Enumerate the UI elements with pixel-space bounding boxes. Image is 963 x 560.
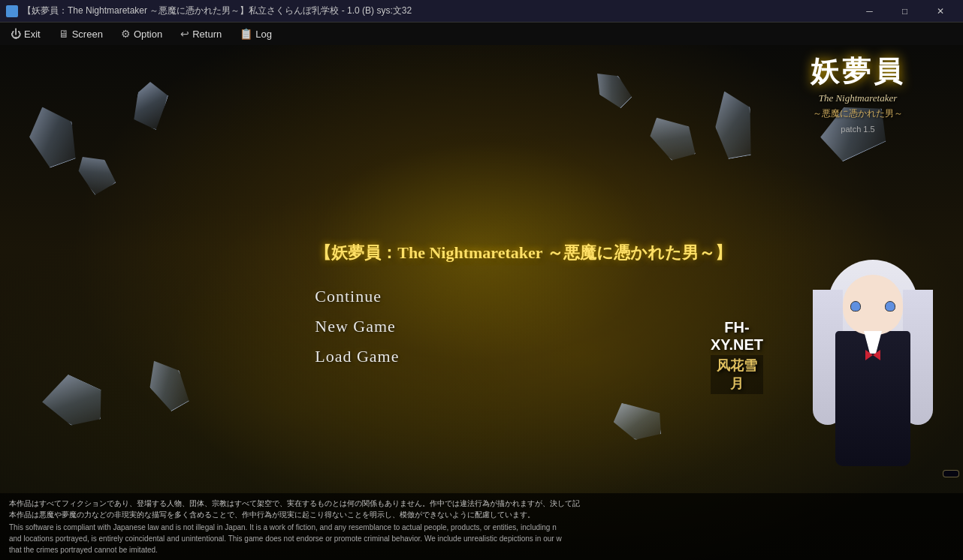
char-eye-right: [885, 301, 895, 312]
watermark: FH-XY.NET 风花雪月: [711, 319, 763, 394]
char-eye-left: [850, 301, 861, 312]
logo-area: 妖夢員 The Nightmaretaker ～悪魔に憑かれた男～ patch …: [768, 53, 948, 134]
menu-option[interactable]: ⚙ Option: [113, 24, 170, 44]
disclaimer-japanese: 本作品はすべてフィクションであり、登場する人物、団体、宗教はすべて架空で、実在す…: [9, 498, 954, 520]
log-icon: 📋: [240, 28, 252, 40]
watermark-site: FH-XY.NET: [711, 319, 763, 354]
disclaimer-en-line1: This software is compliant with Japanese…: [9, 523, 557, 531]
maximize-button[interactable]: □: [888, 4, 922, 19]
titlebar-title: 【妖夢員：The Nightmaretaker ～悪魔に憑かれた男～】私立さくら…: [23, 5, 853, 17]
char-face: [843, 275, 903, 335]
menu-option-label: Option: [134, 29, 162, 40]
game-area: 妖夢員 The Nightmaretaker ～悪魔に憑かれた男～ patch …: [0, 45, 963, 560]
menu-return[interactable]: ↩ Return: [173, 24, 229, 44]
logo-subtitle: ～悪魔に憑かれた男～: [768, 107, 948, 120]
disclaimer-jp-line1: 本作品はすべてフィクションであり、登場する人物、団体、宗教はすべて架空で、実在す…: [9, 499, 580, 507]
logo-patch: patch 1.5: [768, 125, 948, 134]
disclaimer-en-line2: and locations portrayed, is entirely coi…: [9, 534, 562, 543]
char-eyes: [850, 301, 895, 312]
minimize-button[interactable]: ─: [853, 4, 886, 19]
return-icon: ↩: [180, 28, 189, 40]
game-title: 【妖夢員：The Nightmaretaker ～悪魔に憑かれた男～】: [315, 242, 731, 264]
watermark-banner: FH-XY.NET 风花雪月: [943, 470, 959, 477]
logo-english: The Nightmaretaker: [768, 92, 948, 104]
gear-icon: ⚙: [121, 28, 131, 40]
disclaimer-en-line3: that the crimes portrayed cannot be imit…: [9, 546, 158, 554]
menu-exit-label: Exit: [24, 29, 41, 40]
close-button[interactable]: ✕: [923, 4, 957, 19]
titlebar-controls: ─ □ ✕: [853, 4, 957, 19]
power-icon: ⏻: [11, 28, 21, 40]
disclaimer-jp-line2: 本作品は悪魔や夢魔の力などの非現実的な描写を多く含めることで、作中行為が現実に起…: [9, 510, 535, 519]
menu-exit[interactable]: ⏻ Exit: [3, 24, 48, 44]
menu-return-label: Return: [192, 29, 222, 40]
character-sprite: [798, 260, 948, 500]
titlebar: 【妖夢員：The Nightmaretaker ～悪魔に憑かれた男～】私立さくら…: [0, 0, 963, 23]
menu-log[interactable]: 📋 Log: [232, 24, 279, 44]
menu-screen[interactable]: 🖥 Screen: [51, 24, 110, 44]
load-game-button[interactable]: Load Game: [315, 347, 731, 366]
menu-screen-label: Screen: [72, 29, 103, 40]
menubar: ⏻ Exit 🖥 Screen ⚙ Option ↩ Return 📋 Log: [0, 23, 963, 45]
continue-button[interactable]: Continue: [315, 287, 731, 306]
menu-log-label: Log: [255, 29, 272, 40]
disclaimer: 本作品はすべてフィクションであり、登場する人物、団体、宗教はすべて架空で、実在す…: [0, 493, 963, 560]
logo-japanese: 妖夢員: [768, 53, 948, 91]
app-icon: [6, 5, 18, 17]
new-game-button[interactable]: New Game: [315, 317, 731, 336]
watermark-cn-name: 风花雪月: [711, 355, 763, 394]
main-menu: 【妖夢員：The Nightmaretaker ～悪魔に憑かれた男～】 Cont…: [315, 242, 731, 377]
disclaimer-english: This software is compliant with Japanese…: [9, 522, 954, 555]
screen-icon: 🖥: [59, 28, 69, 40]
